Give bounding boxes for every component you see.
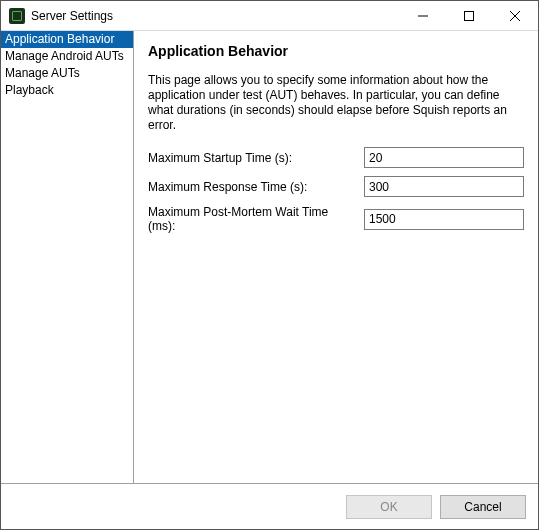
form-row-postmortem: Maximum Post-Mortem Wait Time (ms): xyxy=(148,205,524,233)
ok-button[interactable]: OK xyxy=(346,495,432,519)
window-title: Server Settings xyxy=(31,9,113,23)
cancel-button[interactable]: Cancel xyxy=(440,495,526,519)
maximize-icon xyxy=(464,11,474,21)
app-icon xyxy=(9,8,25,24)
dialog-body: Application Behavior Manage Android AUTs… xyxy=(1,31,538,483)
titlebar: Server Settings xyxy=(1,1,538,31)
sidebar-item-manage-auts[interactable]: Manage AUTs xyxy=(1,65,133,82)
svg-rect-0 xyxy=(465,11,474,20)
sidebar: Application Behavior Manage Android AUTs… xyxy=(1,31,134,483)
input-startup-time[interactable] xyxy=(364,147,524,168)
content-pane: Application Behavior This page allows yo… xyxy=(134,31,538,483)
sidebar-item-playback[interactable]: Playback xyxy=(1,82,133,99)
input-postmortem-wait[interactable] xyxy=(364,209,524,230)
maximize-button[interactable] xyxy=(446,1,492,31)
close-button[interactable] xyxy=(492,1,538,31)
sidebar-item-application-behavior[interactable]: Application Behavior xyxy=(1,31,133,48)
sidebar-item-manage-android-auts[interactable]: Manage Android AUTs xyxy=(1,48,133,65)
dialog-footer: OK Cancel xyxy=(1,483,538,529)
input-response-time[interactable] xyxy=(364,176,524,197)
form-row-response: Maximum Response Time (s): xyxy=(148,176,524,197)
minimize-icon xyxy=(418,11,428,21)
label-response-time: Maximum Response Time (s): xyxy=(148,180,358,194)
label-startup-time: Maximum Startup Time (s): xyxy=(148,151,358,165)
minimize-button[interactable] xyxy=(400,1,446,31)
page-description: This page allows you to specify some inf… xyxy=(148,73,524,133)
close-icon xyxy=(510,11,520,21)
page-heading: Application Behavior xyxy=(148,43,524,59)
form-row-startup: Maximum Startup Time (s): xyxy=(148,147,524,168)
label-postmortem-wait: Maximum Post-Mortem Wait Time (ms): xyxy=(148,205,358,233)
